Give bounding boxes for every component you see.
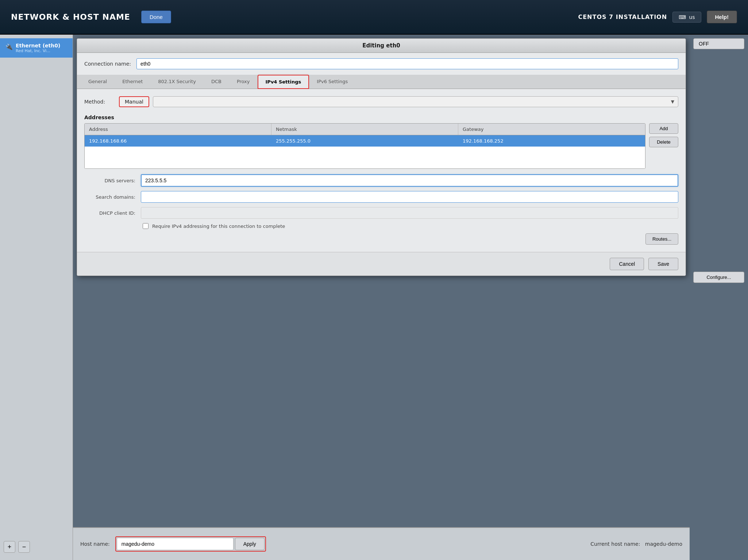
table-empty-area bbox=[85, 147, 645, 168]
keyboard-icon: ⌨ bbox=[679, 14, 686, 20]
top-header: NETWORK & HOST NAME Done CENTOS 7 INSTAL… bbox=[0, 0, 748, 35]
tab-general[interactable]: General bbox=[81, 75, 115, 89]
tab-ipv6[interactable]: IPv6 Settings bbox=[309, 75, 355, 89]
current-value: magedu-demo bbox=[645, 541, 682, 547]
off-toggle-button[interactable]: OFF bbox=[693, 38, 744, 49]
tab-content-ipv4: Method: Manual ▼ Addresses Address Net bbox=[77, 89, 686, 252]
cell-address: 192.168.168.66 bbox=[85, 135, 271, 147]
cell-gateway: 192.168.168.252 bbox=[458, 135, 645, 147]
require-checkbox-row: Require IPv4 addressing for this connect… bbox=[84, 223, 678, 229]
header-left: NETWORK & HOST NAME Done bbox=[11, 11, 171, 23]
save-button[interactable]: Save bbox=[648, 258, 678, 270]
addresses-heading: Addresses bbox=[84, 114, 678, 120]
search-label: Search domains: bbox=[84, 194, 135, 200]
network-icon: 🔌 bbox=[5, 43, 13, 50]
require-label: Require IPv4 addressing for this connect… bbox=[152, 223, 285, 229]
cancel-button[interactable]: Cancel bbox=[610, 258, 644, 270]
dhcp-row: DHCP client ID: bbox=[84, 207, 678, 219]
addresses-section: Address Netmask Gateway 192.168.168.66 2… bbox=[84, 123, 678, 169]
connection-name-input[interactable] bbox=[136, 58, 678, 69]
current-label: Current host name: bbox=[590, 541, 640, 547]
sidebar-item-ethernet[interactable]: 🔌 Ethernet (eth0) Red Hat, Inc. Vi... bbox=[0, 38, 73, 58]
col-address: Address bbox=[85, 124, 271, 135]
connection-name-label: Connection name: bbox=[84, 61, 131, 67]
method-dropdown-arrow[interactable]: ▼ bbox=[671, 99, 674, 104]
delete-address-button[interactable]: Delete bbox=[649, 137, 678, 147]
bottom-bar: Host name: Apply Current host name: mage… bbox=[73, 527, 690, 560]
sidebar: 🔌 Ethernet (eth0) Red Hat, Inc. Vi... + … bbox=[0, 35, 73, 560]
keyboard-indicator[interactable]: ⌨ us bbox=[672, 12, 701, 23]
tab-proxy[interactable]: Proxy bbox=[229, 75, 258, 89]
tab-ipv4[interactable]: IPv4 Settings bbox=[258, 75, 309, 89]
hostname-input[interactable] bbox=[117, 538, 234, 550]
configure-button[interactable]: Configure... bbox=[693, 272, 744, 283]
dns-label: DNS servers: bbox=[84, 178, 135, 183]
addresses-table: Address Netmask Gateway 192.168.168.66 2… bbox=[84, 123, 645, 169]
network-sub: Red Hat, Inc. Vi... bbox=[16, 48, 60, 53]
remove-connection-button[interactable]: − bbox=[18, 541, 30, 553]
routes-button[interactable]: Routes... bbox=[645, 233, 678, 245]
tab-8021x[interactable]: 802.1X Security bbox=[150, 75, 204, 89]
dhcp-label: DHCP client ID: bbox=[84, 210, 135, 216]
add-connection-button[interactable]: + bbox=[4, 541, 15, 553]
method-row: Method: Manual ▼ bbox=[84, 96, 678, 107]
dns-row: DNS servers: bbox=[84, 174, 678, 187]
search-input[interactable] bbox=[141, 191, 678, 203]
done-button[interactable]: Done bbox=[141, 11, 171, 23]
dialog-title: Editing eth0 bbox=[77, 39, 686, 53]
tab-ethernet[interactable]: Ethernet bbox=[115, 75, 150, 89]
col-netmask: Netmask bbox=[271, 124, 458, 135]
search-row: Search domains: bbox=[84, 191, 678, 203]
right-sidebar: OFF Configure... bbox=[690, 35, 748, 560]
dns-input[interactable] bbox=[141, 174, 678, 187]
sidebar-bottom: + − bbox=[0, 537, 73, 556]
off-label: OFF bbox=[699, 41, 709, 47]
dialog-footer: Cancel Save bbox=[77, 252, 686, 276]
content-area: Editing eth0 Connection name: General Et… bbox=[73, 35, 690, 560]
cell-netmask: 255.255.255.0 bbox=[271, 135, 458, 147]
tab-bar: General Ethernet 802.1X Security DCB Pro… bbox=[77, 75, 686, 89]
method-value[interactable]: Manual bbox=[119, 96, 149, 107]
apply-button[interactable]: Apply bbox=[235, 538, 265, 550]
table-header: Address Netmask Gateway bbox=[85, 124, 645, 135]
add-address-button[interactable]: Add bbox=[649, 123, 678, 134]
network-name: Ethernet (eth0) bbox=[16, 43, 60, 48]
col-gateway: Gateway bbox=[458, 124, 645, 135]
tab-dcb[interactable]: DCB bbox=[204, 75, 229, 89]
table-buttons: Add Delete bbox=[649, 123, 678, 169]
method-label: Method: bbox=[84, 99, 113, 105]
hostname-label: Host name: bbox=[80, 541, 110, 547]
app-title: NETWORK & HOST NAME bbox=[11, 12, 130, 22]
help-button[interactable]: Help! bbox=[707, 11, 737, 23]
hostname-input-container: Apply bbox=[115, 536, 266, 552]
keyboard-value: us bbox=[689, 14, 695, 20]
table-row[interactable]: 192.168.168.66 255.255.255.0 192.168.168… bbox=[85, 135, 645, 147]
dhcp-input[interactable] bbox=[141, 207, 678, 219]
header-right: CENTOS 7 INSTALLATION ⌨ us Help! bbox=[578, 11, 737, 23]
routes-row: Routes... bbox=[84, 233, 678, 245]
current-hostname-label: Current host name: magedu-demo bbox=[590, 541, 682, 547]
main-area: 🔌 Ethernet (eth0) Red Hat, Inc. Vi... + … bbox=[0, 35, 748, 560]
connection-name-row: Connection name: bbox=[77, 53, 686, 75]
edit-dialog: Editing eth0 Connection name: General Et… bbox=[77, 38, 686, 276]
installation-label: CENTOS 7 INSTALLATION bbox=[578, 13, 667, 20]
require-checkbox[interactable] bbox=[143, 223, 149, 229]
